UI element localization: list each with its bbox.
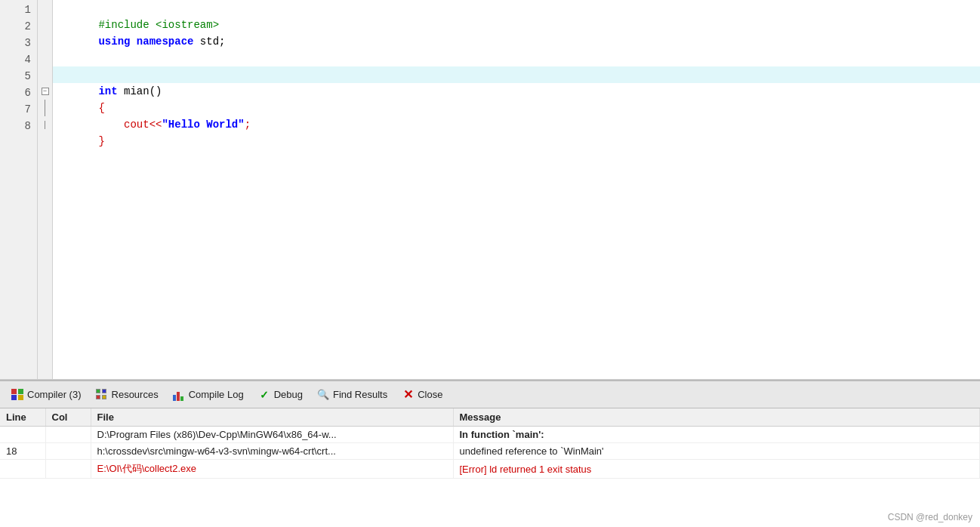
resources-icon [95, 388, 109, 402]
row1-col [45, 427, 91, 443]
row2-line: 18 [0, 443, 45, 460]
line-num-4: 4 [0, 50, 37, 66]
row2-message: undefined reference to `WinMain' [453, 443, 980, 460]
line-numbers: 1 2 3 4 5 6 7 8 [0, 0, 38, 379]
debug-label: Debug [274, 389, 303, 400]
find-results-label: Find Results [333, 389, 387, 400]
close-icon: ✕ [401, 388, 414, 402]
toolbar: Compiler (3) Resources [0, 381, 980, 408]
fold-area: − [38, 0, 53, 379]
code-content[interactable]: #include <iostream> using namespace std;… [53, 0, 980, 379]
row2-file: h:\crossdev\src\mingw-w64-v3-svn\mingw-w… [91, 443, 453, 460]
code-line-4 [53, 50, 980, 66]
code-line-6: { [53, 83, 980, 100]
fold-4 [38, 50, 52, 66]
results-table[interactable]: Line Col File Message D:\Program Files (… [0, 408, 980, 527]
fold-6[interactable]: − [38, 83, 52, 100]
col-file: File [91, 408, 453, 427]
close-label: Close [418, 389, 442, 400]
fold-8 [38, 116, 52, 133]
table-row: 18 h:\crossdev\src\mingw-w64-v3-svn\ming… [0, 443, 980, 460]
watermark: CSDN @red_donkey [888, 512, 972, 522]
col-message: Message [453, 408, 980, 427]
resources-tab[interactable]: Resources [89, 387, 165, 403]
fold-7 [38, 100, 52, 116]
col-line: Line [0, 408, 45, 427]
compiler-icon [11, 388, 24, 402]
table-row: E:\OI\代码\collect2.exe [Error] ld returne… [0, 460, 980, 479]
fold-1 [38, 0, 52, 17]
table-row: D:\Program Files (x86)\Dev-Cpp\MinGW64\x… [0, 427, 980, 443]
error-table: Line Col File Message D:\Program Files (… [0, 408, 980, 479]
compile-log-tab[interactable]: Compile Log [166, 387, 250, 403]
compiler-tab[interactable]: Compiler (3) [5, 387, 88, 403]
row1-file: D:\Program Files (x86)\Dev-Cpp\MinGW64\x… [91, 427, 453, 443]
magnify-icon: 🔍 [316, 388, 330, 402]
close-tab[interactable]: ✕ Close [395, 387, 448, 403]
line-num-5: 5 [0, 66, 37, 83]
line-num-3: 3 [0, 33, 37, 50]
row1-message: In function `main': [453, 427, 980, 443]
row3-message: [Error] ld returned 1 exit status [453, 460, 980, 479]
line-num-6: 6 [0, 83, 37, 100]
row1-line [0, 427, 45, 443]
check-icon: ✓ [257, 388, 271, 402]
line-num-8: 8 [0, 116, 37, 133]
row3-col [45, 460, 91, 479]
resources-label: Resources [112, 389, 159, 400]
line-num-7: 7 [0, 100, 37, 116]
bar-chart-icon [172, 388, 186, 402]
row2-col [45, 443, 91, 460]
fold-5 [38, 66, 52, 83]
code-line-7: cout<<"Hello World"; [53, 100, 980, 116]
col-col: Col [45, 408, 91, 427]
row3-line [0, 460, 45, 479]
fold-3 [38, 33, 52, 50]
compiler-label: Compiler (3) [27, 389, 82, 400]
row3-file: E:\OI\代码\collect2.exe [91, 460, 453, 479]
find-results-tab[interactable]: 🔍 Find Results [310, 387, 393, 403]
line-num-2: 2 [0, 17, 37, 33]
code-editor: 1 2 3 4 5 6 7 8 − #include <iostream> us… [0, 0, 980, 380]
code-line-5: int mian() [53, 66, 980, 83]
fold-2 [38, 17, 52, 33]
compile-log-label: Compile Log [189, 389, 244, 400]
code-line-1: #include <iostream> [53, 0, 980, 17]
debug-tab[interactable]: ✓ Debug [251, 387, 309, 403]
bottom-panel: Compiler (3) Resources [0, 380, 980, 527]
line-num-1: 1 [0, 0, 37, 17]
